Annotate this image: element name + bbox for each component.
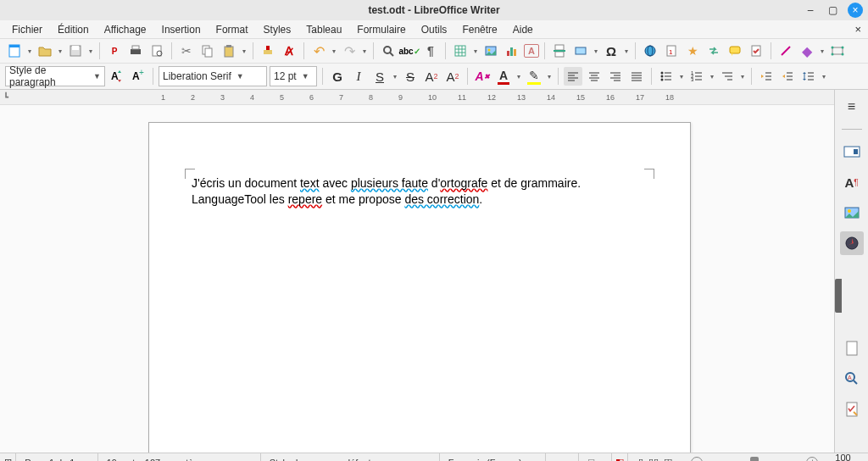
close-button[interactable]: × <box>848 3 863 18</box>
zoom-in-button[interactable]: + <box>806 457 818 462</box>
highlight-button[interactable]: ✎ <box>525 67 543 86</box>
status-language[interactable]: Français (France) <box>440 453 546 461</box>
insert-special-icon[interactable]: Ω <box>602 42 620 60</box>
bold-button[interactable]: G <box>328 67 347 86</box>
status-find-icon[interactable]: ⊞ <box>0 453 16 461</box>
sidebar-gallery-icon[interactable] <box>840 201 864 225</box>
status-wordcount[interactable]: 19 mots, 127 caractères <box>98 453 261 461</box>
undo-icon[interactable]: ↶ <box>309 42 328 60</box>
increase-indent-icon[interactable] <box>757 67 776 86</box>
insert-comment-icon[interactable] <box>726 42 744 60</box>
bullet-list-icon[interactable] <box>657 67 676 86</box>
paragraph-style-combo[interactable]: Style de paragraph▼ <box>5 66 105 86</box>
pilcrow-icon[interactable]: ¶ <box>421 42 440 60</box>
view-book-icon[interactable]: ◫ <box>662 457 674 461</box>
clone-format-icon[interactable] <box>259 42 277 60</box>
cut-icon[interactable]: ✂ <box>177 42 196 60</box>
horizontal-ruler[interactable]: ┗ 1 2 3 4 5 6 7 8 9 10 11 12 13 14 15 16… <box>0 90 834 105</box>
table-dropdown[interactable]: ▾ <box>472 47 479 55</box>
sidebar-inspector-icon[interactable]: A <box>840 367 864 391</box>
new-dropdown[interactable]: ▾ <box>26 47 33 55</box>
font-color-button[interactable]: A <box>494 67 513 86</box>
status-pagestyle[interactable]: Style de page par défaut <box>261 453 440 461</box>
sidebar-changes-icon[interactable] <box>840 397 864 421</box>
show-draw-icon[interactable] <box>828 42 847 60</box>
sidebar-menu-icon[interactable]: ≡ <box>840 95 864 119</box>
underline-button[interactable]: S <box>370 67 389 86</box>
insert-crossref-icon[interactable] <box>704 42 723 60</box>
subscript-button[interactable]: A2 <box>443 67 462 86</box>
font-name-combo[interactable]: Liberation Serif▼ <box>159 66 267 86</box>
menu-insertion[interactable]: Insertion <box>155 22 208 37</box>
font-size-combo[interactable]: 12 pt▼ <box>270 66 317 86</box>
menu-styles[interactable]: Styles <box>257 22 298 37</box>
document-page[interactable]: J'écris un document text avec plusieurs … <box>148 122 691 453</box>
italic-button[interactable]: I <box>349 67 368 86</box>
redo-dropdown[interactable]: ▾ <box>361 47 368 55</box>
superscript-button[interactable]: A2 <box>422 67 441 86</box>
new-icon[interactable] <box>5 42 24 60</box>
insert-textbox-icon[interactable]: A <box>524 44 539 58</box>
insert-image-icon[interactable] <box>481 42 500 60</box>
menu-affichage[interactable]: Affichage <box>97 22 153 37</box>
outline-dropdown[interactable]: ▾ <box>739 73 746 81</box>
page-viewport[interactable]: J'écris un document text avec plusieurs … <box>0 105 834 453</box>
undo-dropdown[interactable]: ▾ <box>331 47 337 55</box>
menu-fenetre[interactable]: Fenêtre <box>455 22 504 37</box>
insert-chart-icon[interactable] <box>503 42 521 60</box>
strike-button[interactable]: S <box>401 67 420 86</box>
document-line-1[interactable]: J'écris un document text avec plusieurs … <box>192 175 648 192</box>
clear-direct-format-icon[interactable]: A✖ <box>473 67 492 86</box>
pdf-icon[interactable]: P <box>105 42 124 60</box>
sidebar-page-icon[interactable] <box>840 336 864 360</box>
insert-footnote-icon[interactable]: 1 <box>662 42 681 60</box>
insert-hyperlink-icon[interactable] <box>641 42 659 60</box>
underline-dropdown[interactable]: ▾ <box>392 73 398 81</box>
save-icon[interactable] <box>66 42 85 60</box>
shapes-dropdown[interactable]: ▾ <box>819 47 826 55</box>
close-document-button[interactable]: × <box>854 23 861 36</box>
number-dropdown[interactable]: ▾ <box>709 73 715 81</box>
print-icon[interactable] <box>126 42 145 60</box>
insert-line-icon[interactable] <box>776 42 795 60</box>
align-center-icon[interactable] <box>585 67 604 86</box>
redo-icon[interactable]: ↷ <box>340 42 359 60</box>
sidebar-properties-icon[interactable] <box>840 140 864 164</box>
view-single-icon[interactable]: ▯ <box>637 457 645 461</box>
open-icon[interactable] <box>36 42 54 60</box>
copy-icon[interactable] <box>198 42 217 60</box>
align-right-icon[interactable] <box>606 67 625 86</box>
clear-format-icon[interactable]: A̷ <box>280 42 298 60</box>
menu-outils[interactable]: Outils <box>415 22 454 37</box>
line-spacing-icon[interactable] <box>799 67 818 86</box>
sidebar-styles-icon[interactable]: A¶ <box>840 170 864 194</box>
find-icon[interactable] <box>379 42 398 60</box>
save-dropdown[interactable]: ▾ <box>87 47 94 55</box>
insert-bookmark-icon[interactable]: ★ <box>683 42 702 60</box>
spacing-dropdown[interactable]: ▾ <box>821 73 827 81</box>
insert-field-icon[interactable] <box>571 42 590 60</box>
open-dropdown[interactable]: ▾ <box>57 47 64 55</box>
field-dropdown[interactable]: ▾ <box>593 47 599 55</box>
status-signature-icon[interactable]: ◧ <box>612 453 628 461</box>
menu-format[interactable]: Format <box>209 22 255 37</box>
maximize-button[interactable]: ▢ <box>826 3 839 17</box>
outline-list-icon[interactable] <box>718 67 737 86</box>
status-selection-mode[interactable]: ⊡ <box>579 453 612 461</box>
menu-tableau[interactable]: Tableau <box>299 22 348 37</box>
status-insert-mode[interactable] <box>546 453 579 461</box>
paste-icon[interactable] <box>220 42 238 60</box>
menu-fichier[interactable]: Fichier <box>5 22 49 37</box>
document-line-2[interactable]: LanguageTool les repere et me propose de… <box>192 192 648 208</box>
insert-pagebreak-icon[interactable] <box>550 42 569 60</box>
spellcheck-icon[interactable]: abc✓ <box>400 42 419 60</box>
update-style-icon[interactable]: A <box>108 67 126 86</box>
new-style-icon[interactable]: A+ <box>129 67 147 86</box>
highlight-dropdown[interactable]: ▾ <box>546 73 553 81</box>
zoom-out-button[interactable]: − <box>691 457 703 462</box>
basic-shapes-icon[interactable]: ◆ <box>798 42 816 60</box>
bullet-dropdown[interactable]: ▾ <box>678 73 685 81</box>
status-zoom-percent[interactable]: 100 % <box>826 453 868 461</box>
align-left-icon[interactable] <box>564 67 582 86</box>
track-changes-icon[interactable] <box>747 42 765 60</box>
